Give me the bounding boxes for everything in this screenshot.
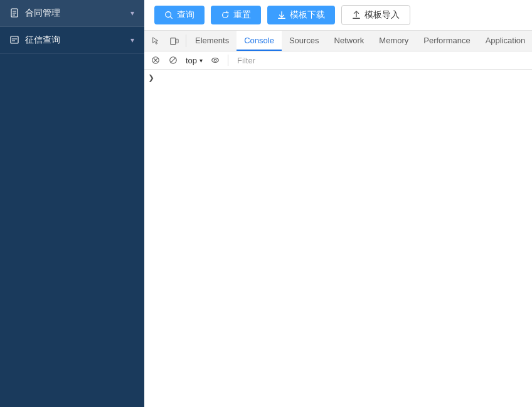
upload-icon bbox=[352, 11, 361, 19]
chevron-down-icon-2: ▾ bbox=[130, 36, 134, 45]
svg-point-21 bbox=[214, 59, 216, 61]
top-label: top bbox=[186, 56, 197, 65]
search-icon bbox=[164, 11, 173, 19]
document-icon bbox=[10, 8, 20, 18]
refresh-icon bbox=[221, 11, 230, 19]
ban-button[interactable] bbox=[166, 53, 181, 68]
tab-memory[interactable]: Memory bbox=[371, 31, 416, 51]
top-context-selector[interactable]: top ▾ bbox=[183, 55, 205, 66]
main-content: 查询 重置 模板下载 模板导入 bbox=[144, 0, 532, 407]
tab-sources[interactable]: Sources bbox=[282, 31, 327, 51]
template-import-button[interactable]: 模板导入 bbox=[341, 5, 410, 25]
tab-console[interactable]: Console bbox=[237, 31, 282, 51]
devtools-tabs: Elements Console Sources Network Memory … bbox=[144, 31, 532, 51]
console-toolbar: top ▾ bbox=[144, 51, 532, 70]
download-icon bbox=[277, 11, 286, 19]
sidebar: 合同管理 ▾ 征信查询 ▾ bbox=[0, 0, 144, 407]
sidebar-item-contract-mgmt[interactable]: 合同管理 ▾ bbox=[0, 0, 144, 27]
sidebar-item-contract-mgmt-label: 合同管理 bbox=[25, 8, 60, 19]
chevron-down-icon-3: ▾ bbox=[200, 57, 203, 64]
svg-rect-14 bbox=[176, 39, 179, 43]
query-button[interactable]: 查询 bbox=[154, 6, 205, 24]
inspect-element-button[interactable] bbox=[147, 31, 164, 51]
svg-line-19 bbox=[171, 58, 176, 63]
chevron-down-icon: ▾ bbox=[130, 9, 134, 18]
query-icon bbox=[10, 35, 20, 45]
svg-point-20 bbox=[212, 58, 219, 63]
reset-button[interactable]: 重置 bbox=[211, 6, 261, 24]
tab-divider bbox=[186, 34, 186, 47]
tab-network[interactable]: Network bbox=[327, 31, 372, 51]
cursor-icon bbox=[151, 36, 160, 45]
filter-input[interactable] bbox=[233, 55, 532, 66]
svg-line-8 bbox=[171, 17, 173, 19]
sidebar-item-credit-query-label: 征信查询 bbox=[25, 34, 60, 46]
tab-elements[interactable]: Elements bbox=[188, 31, 237, 51]
svg-rect-4 bbox=[11, 36, 18, 43]
sidebar-item-credit-query[interactable]: 征信查询 ▾ bbox=[0, 27, 144, 54]
svg-rect-13 bbox=[171, 38, 176, 45]
tab-application[interactable]: Application bbox=[478, 31, 532, 51]
clear-console-button[interactable] bbox=[148, 53, 163, 68]
console-area: ❯ bbox=[144, 70, 532, 407]
tab-performance[interactable]: Performance bbox=[416, 31, 477, 51]
expand-arrow[interactable]: ❯ bbox=[148, 73, 154, 82]
template-download-button[interactable]: 模板下载 bbox=[267, 6, 335, 24]
device-icon bbox=[170, 36, 179, 45]
top-toolbar: 查询 重置 模板下载 模板导入 bbox=[144, 0, 532, 31]
clear-icon bbox=[151, 56, 160, 65]
ban-icon bbox=[169, 56, 178, 65]
filter-divider bbox=[228, 55, 228, 66]
eye-icon-button[interactable] bbox=[208, 53, 223, 68]
eye-icon bbox=[211, 56, 220, 65]
device-toggle-button[interactable] bbox=[166, 31, 183, 51]
